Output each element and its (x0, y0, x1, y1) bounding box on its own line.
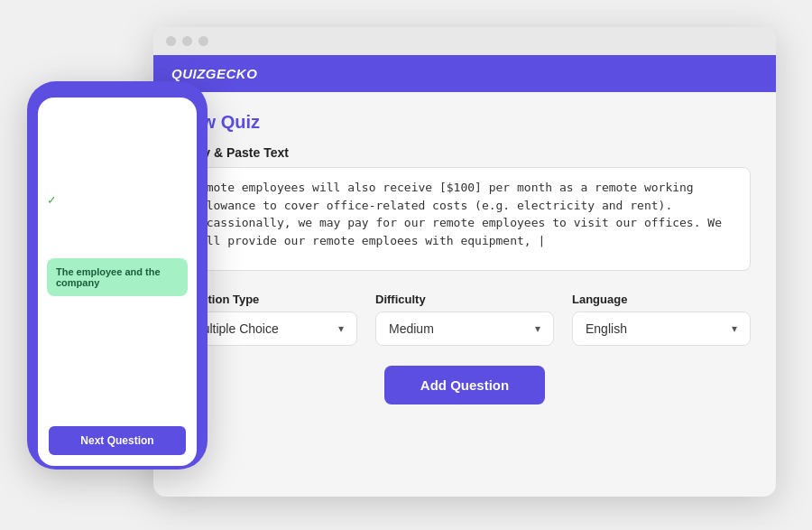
app-header: QUIZGECKO (153, 55, 776, 92)
browser-dot-2 (182, 36, 192, 46)
browser-dot-1 (166, 36, 176, 46)
quiz-question: Who should the remote working agreement … (47, 134, 188, 183)
copy-paste-label: Copy & Paste Text (179, 145, 751, 160)
difficulty-select[interactable]: Medium ▾ (375, 311, 554, 346)
correct-text: Nice! Remote working agreement should be… (61, 192, 188, 248)
back-button[interactable]: ‹ (47, 108, 188, 125)
difficulty-group: Difficulty Medium ▾ (375, 293, 554, 346)
browser-titlebar (153, 27, 776, 55)
page-title: New Quiz (179, 112, 751, 133)
add-question-button[interactable]: Add Question (384, 366, 545, 404)
language-select[interactable]: English ▾ (572, 311, 751, 346)
option-2[interactable]: The employee and HR (47, 302, 188, 329)
app-logo: QUIZGECKO (171, 66, 257, 81)
answer-options: The employee and the company The employe… (47, 258, 188, 415)
correct-icon: ✓ (47, 193, 57, 207)
option-4[interactable]: The employee and their colleagues (47, 377, 188, 415)
browser-dot-3 (198, 36, 208, 46)
question-type-arrow-icon: ▾ (338, 322, 344, 335)
mobile-phone: ‹ Who should the remote working agreemen… (27, 81, 208, 470)
browser-content: QUIZGECKO New Quiz Copy & Paste Text Que… (153, 55, 776, 492)
option-1[interactable]: The employee and the company (47, 258, 188, 296)
option-3[interactable]: The employee and their manager (47, 334, 188, 372)
difficulty-value: Medium (389, 321, 434, 336)
next-question-button[interactable]: Next Question (47, 424, 188, 457)
dropdowns-row: Question Type Multiple Choice ▾ Difficul… (179, 293, 751, 346)
language-arrow-icon: ▾ (732, 322, 737, 335)
language-group: Language English ▾ (572, 293, 751, 346)
language-label: Language (572, 293, 751, 306)
text-area[interactable] (179, 167, 751, 271)
difficulty-arrow-icon: ▾ (535, 322, 540, 335)
main-content: New Quiz Copy & Paste Text Question Type… (153, 92, 776, 424)
difficulty-label: Difficulty (375, 293, 554, 306)
browser-window: QUIZGECKO New Quiz Copy & Paste Text Que… (153, 27, 776, 497)
language-value: English (586, 321, 627, 336)
phone-screen: ‹ Who should the remote working agreemen… (38, 98, 197, 466)
correct-answer-feedback: ✓ Nice! Remote working agreement should … (47, 192, 188, 248)
